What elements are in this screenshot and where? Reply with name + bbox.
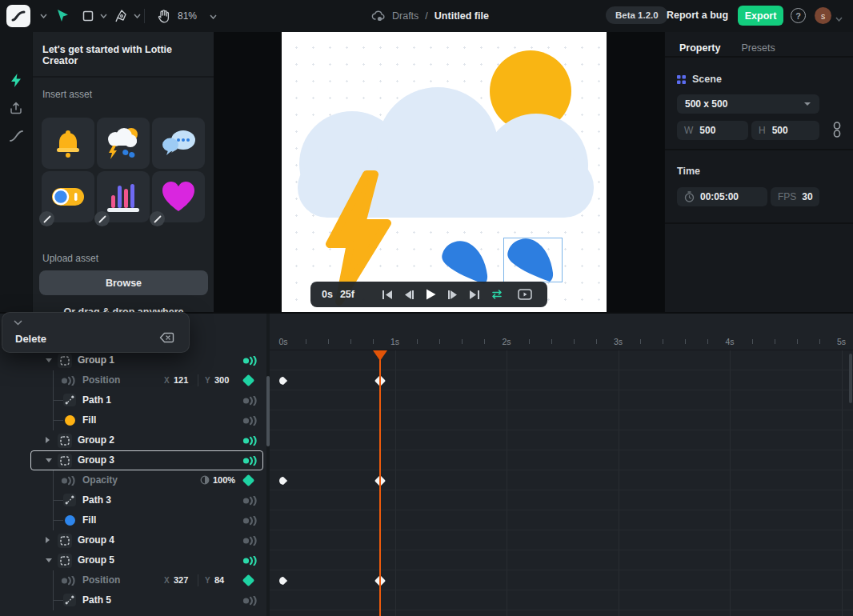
playhead-handle[interactable] <box>373 350 387 361</box>
animation-indicator-icon[interactable] <box>242 396 259 408</box>
layer-row-group-4[interactable]: Group 4 <box>0 530 266 550</box>
keyframe-diamond-button[interactable] <box>242 574 255 587</box>
keyframe-track-row[interactable] <box>270 410 853 430</box>
breadcrumb-filename[interactable]: Untitled file <box>435 10 489 22</box>
animation-indicator-icon[interactable] <box>242 516 259 528</box>
layer-row-group-1[interactable]: Group 1 <box>0 350 266 370</box>
animation-indicator-icon[interactable] <box>242 556 259 568</box>
keyframe-track-row[interactable] <box>270 570 853 590</box>
keyframe-diamond-button[interactable] <box>242 474 255 487</box>
layer-row-group-3[interactable]: Group 3 <box>0 450 266 470</box>
curve-tab-button[interactable] <box>9 129 23 143</box>
layer-row-path-5[interactable]: Path 5 <box>0 590 266 610</box>
keyframe-track-row[interactable] <box>270 590 853 610</box>
keyframe-track-row[interactable] <box>270 450 853 470</box>
avatar[interactable]: s <box>815 7 831 24</box>
keyframe-start[interactable] <box>279 376 288 388</box>
fill-color-swatch[interactable] <box>65 515 75 526</box>
asset-tile-chart[interactable] <box>97 171 150 222</box>
animation-indicator-icon[interactable] <box>242 416 259 428</box>
link-dimensions-toggle[interactable] <box>832 122 842 140</box>
duration-field[interactable]: 00:05:00 <box>677 187 767 206</box>
layer-row-fill[interactable]: Fill <box>0 510 266 530</box>
keyframe-start[interactable] <box>279 476 288 488</box>
fps-value: 30 <box>802 191 812 202</box>
layer-row-fill[interactable]: Fill <box>0 410 266 430</box>
prev-frame-button[interactable] <box>398 286 420 303</box>
fps-field[interactable]: FPS 30 <box>771 187 819 206</box>
zoom-level[interactable]: 81% <box>178 10 197 22</box>
caret-down-icon[interactable] <box>46 458 52 462</box>
play-button[interactable] <box>420 286 442 303</box>
animation-indicator-icon[interactable] <box>242 456 259 468</box>
animation-indicator-icon[interactable] <box>242 496 259 508</box>
assets-tab-button[interactable] <box>9 73 23 87</box>
canvas-area[interactable]: 0s 25f <box>214 32 664 312</box>
keyframe-track-row[interactable] <box>270 390 853 410</box>
asset-tile-weather[interactable] <box>97 118 150 169</box>
asset-tile-bell[interactable] <box>42 118 94 169</box>
skip-end-button[interactable] <box>463 286 485 303</box>
width-field[interactable]: W 500 <box>677 121 748 140</box>
layer-row-opacity[interactable]: Opacity100% <box>0 470 266 490</box>
toolbar-divider <box>144 9 145 23</box>
keyframe-track-row[interactable] <box>270 510 853 530</box>
scene-grid-icon <box>677 75 686 84</box>
caret-down-icon[interactable] <box>46 558 52 562</box>
zoom-chevron[interactable] <box>203 14 222 20</box>
help-button[interactable]: ? <box>791 8 806 23</box>
tab-presets[interactable]: Presets <box>741 42 775 56</box>
keyframe-area[interactable]: 0s1s2s3s4s5s <box>270 314 853 616</box>
breadcrumb-drafts[interactable]: Drafts <box>392 10 418 22</box>
keyframe-track-row[interactable] <box>270 470 853 490</box>
asset-tile-heart[interactable] <box>152 171 205 222</box>
loop-button[interactable] <box>487 286 508 303</box>
animation-indicator-icon[interactable] <box>242 356 259 368</box>
keyframe-track-row[interactable] <box>270 490 853 510</box>
fps-label: FPS <box>778 191 796 202</box>
preview-button[interactable] <box>515 286 536 303</box>
timeline-ruler[interactable]: 0s1s2s3s4s5s <box>270 333 853 350</box>
skip-start-button[interactable] <box>377 286 398 303</box>
next-frame-button[interactable] <box>442 286 463 303</box>
keyframe-track-row[interactable] <box>270 530 853 550</box>
keyframe-track-row[interactable] <box>270 370 853 390</box>
layer-row-group-2[interactable]: Group 2 <box>0 430 266 450</box>
layer-row-group-5[interactable]: Group 5 <box>0 550 266 570</box>
caret-right-icon[interactable] <box>46 537 50 543</box>
caret-down-icon[interactable] <box>46 358 52 362</box>
animation-indicator-icon[interactable] <box>242 596 259 608</box>
tab-property[interactable]: Property <box>679 42 720 56</box>
keyframe-diamond-button[interactable] <box>242 374 255 387</box>
select-tool-button[interactable] <box>53 6 72 26</box>
height-field[interactable]: H 500 <box>751 121 819 140</box>
browse-button[interactable]: Browse <box>39 270 208 295</box>
asset-tile-toggle[interactable] <box>42 171 94 222</box>
layer-row-path-1[interactable]: Path 1 <box>0 390 266 410</box>
asset-tile-chat[interactable] <box>152 118 205 169</box>
keyframe-track-row[interactable] <box>270 550 853 570</box>
report-bug-link[interactable]: Report a bug <box>667 10 728 21</box>
upload-tab-button[interactable] <box>9 101 23 115</box>
animation-indicator-icon[interactable] <box>242 436 259 448</box>
keyframe-track-row[interactable] <box>270 430 853 450</box>
keyframe-track-row[interactable] <box>270 350 853 370</box>
layer-row-path-3[interactable]: Path 3 <box>0 490 266 510</box>
fill-color-swatch[interactable] <box>65 415 75 426</box>
export-button[interactable]: Export <box>738 6 783 26</box>
logo-menu-chevron[interactable] <box>34 6 53 26</box>
layer-row-position[interactable]: PositionX327Y84 <box>0 570 266 590</box>
ruler-tick <box>574 339 575 344</box>
avatar-chevron[interactable] <box>835 13 843 24</box>
shape-tool-chevron[interactable] <box>94 6 113 26</box>
timeline-scrollbar[interactable] <box>849 354 852 403</box>
keyframe-start[interactable] <box>279 576 288 588</box>
hand-tool-button[interactable] <box>154 6 173 26</box>
selection-rectangle[interactable] <box>503 238 563 282</box>
app-logo[interactable] <box>6 5 30 27</box>
delete-menu-item[interactable]: Delete <box>15 333 46 345</box>
scene-size-select[interactable]: 500 x 500 <box>677 94 819 114</box>
animation-indicator-icon[interactable] <box>242 536 259 548</box>
caret-right-icon[interactable] <box>46 437 50 443</box>
layer-row-position[interactable]: PositionX121Y300 <box>0 370 266 390</box>
